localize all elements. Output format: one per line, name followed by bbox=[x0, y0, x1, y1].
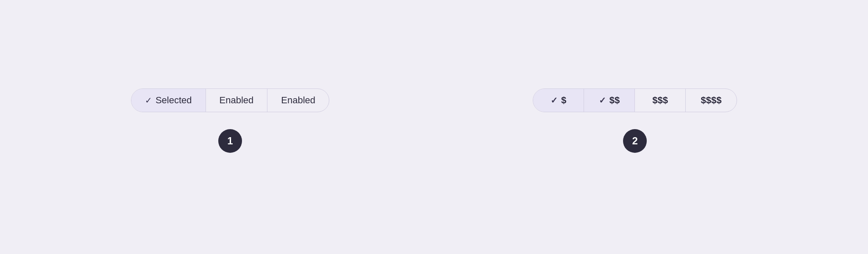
example-group-1: ✓ Selected Enabled Enabled 1 bbox=[131, 88, 329, 153]
badge-number-1: 1 bbox=[227, 135, 233, 147]
segment-label-dollar-2: $$ bbox=[609, 95, 620, 106]
segment-label-enabled-1: Enabled bbox=[220, 95, 254, 106]
example-group-2: ✓ $ ✓ $$ $$$ $$$$ 2 bbox=[533, 88, 737, 153]
segment-label-dollar-4: $$$$ bbox=[701, 95, 722, 106]
segment-selected[interactable]: ✓ Selected bbox=[131, 89, 206, 112]
check-icon-3: ✓ bbox=[599, 95, 606, 105]
segmented-control-1: ✓ Selected Enabled Enabled bbox=[131, 88, 329, 112]
segment-label-dollar-1: $ bbox=[561, 95, 566, 106]
segment-label-dollar-3: $$$ bbox=[652, 95, 668, 106]
segment-label-selected: Selected bbox=[156, 95, 192, 106]
segment-dollar-3[interactable]: $$$ bbox=[635, 89, 686, 112]
check-icon-2: ✓ bbox=[551, 95, 558, 105]
check-icon-1: ✓ bbox=[145, 95, 152, 105]
badge-1: 1 bbox=[218, 129, 242, 153]
segment-label-enabled-2: Enabled bbox=[281, 95, 315, 106]
segment-enabled-1[interactable]: Enabled bbox=[206, 89, 268, 112]
segment-dollar-4[interactable]: $$$$ bbox=[686, 89, 737, 112]
segment-dollar-1[interactable]: ✓ $ bbox=[533, 89, 584, 112]
segment-enabled-2[interactable]: Enabled bbox=[267, 89, 329, 112]
badge-number-2: 2 bbox=[632, 135, 637, 147]
examples-row: ✓ Selected Enabled Enabled 1 ✓ $ bbox=[131, 88, 737, 153]
page-container: ✓ Selected Enabled Enabled 1 ✓ $ bbox=[0, 0, 868, 254]
badge-2: 2 bbox=[623, 129, 647, 153]
segment-dollar-2[interactable]: ✓ $$ bbox=[584, 89, 635, 112]
segmented-control-2: ✓ $ ✓ $$ $$$ $$$$ bbox=[533, 88, 737, 112]
